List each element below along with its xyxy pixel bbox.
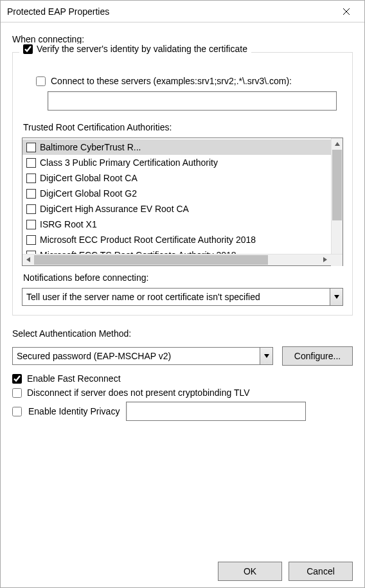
notifications-selected: Tell user if the server name or root cer… [22,289,330,305]
svg-marker-3 [26,257,30,262]
scroll-right-icon[interactable] [319,256,331,263]
configure-button[interactable]: Configure... [282,346,353,366]
when-connecting-label: When connecting: [12,34,353,44]
verify-groupbox: Verify the server's identity by validati… [12,52,353,316]
fast-reconnect-label: Enable Fast Reconnect [27,373,121,384]
disconnect-cryptobinding-label: Disconnect if server does not present cr… [27,388,250,398]
list-item-checkbox[interactable] [26,143,36,152]
trusted-root-listbox[interactable]: Baltimore CyberTrust R...Class 3 Public … [22,138,343,266]
dialog-content: When connecting: Verify the server's ide… [1,22,364,587]
list-item-checkbox[interactable] [26,235,36,245]
svg-marker-5 [334,295,339,299]
list-item-label: ISRG Root X1 [40,219,97,229]
auth-method-combo[interactable]: Secured password (EAP-MSCHAP v2) [12,347,273,365]
identity-privacy-checkbox[interactable] [12,407,22,416]
protected-eap-dialog: Protected EAP Properties When connecting… [0,0,365,588]
svg-marker-2 [335,142,340,146]
trusted-root-item[interactable]: ISRG Root X1 [22,217,331,232]
close-icon [343,8,350,15]
list-item-checkbox[interactable] [26,204,36,214]
disconnect-cryptobinding-checkbox[interactable] [12,388,22,398]
list-item-checkbox[interactable] [26,158,36,168]
trusted-root-label: Trusted Root Certification Authorities: [23,122,343,132]
chevron-down-icon[interactable] [260,348,272,364]
identity-privacy-label: Enable Identity Privacy [28,406,120,416]
ok-button[interactable]: OK [218,562,282,581]
list-item-checkbox[interactable] [26,174,36,183]
list-item-label: Baltimore CyberTrust R... [40,142,141,152]
verify-identity-checkbox[interactable] [23,44,33,54]
svg-marker-6 [264,354,269,358]
trusted-root-item[interactable]: DigiCert Global Root G2 [22,186,331,201]
vertical-scrollbar[interactable] [331,138,343,254]
verify-identity-label: Verify the server's identity by validati… [37,44,247,54]
list-item-label: DigiCert High Assurance EV Root CA [40,204,189,214]
notifications-label: Notifications before connecting: [23,272,343,283]
trusted-root-item[interactable]: DigiCert Global Root CA [22,170,331,186]
scroll-up-icon[interactable] [332,138,343,150]
connect-servers-input[interactable] [48,91,337,111]
trusted-root-item[interactable]: Microsoft ECC Product Root Certificate A… [22,232,331,247]
svg-marker-4 [323,257,327,262]
titlebar: Protected EAP Properties [1,1,364,22]
fast-reconnect-checkbox[interactable] [12,374,22,384]
close-button[interactable] [334,2,359,21]
trusted-root-item[interactable]: Class 3 Public Primary Certification Aut… [22,155,331,170]
connect-servers-label: Connect to these servers (examples:srv1;… [51,76,292,86]
window-title: Protected EAP Properties [7,6,334,17]
connect-servers-checkbox[interactable] [36,76,46,86]
list-item-label: DigiCert Global Root CA [40,173,138,183]
scroll-left-icon[interactable] [22,256,34,263]
hscroll-thumb[interactable] [34,255,268,265]
notifications-combo[interactable]: Tell user if the server name or root cer… [22,288,343,306]
chevron-down-icon[interactable] [330,289,343,305]
list-item-label: DigiCert Global Root G2 [40,188,137,199]
cancel-button[interactable]: Cancel [289,562,353,581]
identity-privacy-input[interactable] [126,402,306,421]
list-item-checkbox[interactable] [26,189,36,199]
list-item-label: Microsoft ECC Product Root Certificate A… [40,235,256,245]
horizontal-scrollbar[interactable] [22,254,343,265]
trusted-root-item[interactable]: DigiCert High Assurance EV Root CA [22,201,331,217]
list-item-checkbox[interactable] [26,220,36,229]
list-item-label: Class 3 Public Primary Certification Aut… [40,157,218,168]
auth-method-selected: Secured password (EAP-MSCHAP v2) [13,348,260,364]
trusted-root-item[interactable]: Baltimore CyberTrust R... [22,139,331,155]
scroll-thumb[interactable] [332,150,342,220]
auth-method-label: Select Authentication Method: [12,328,353,339]
trusted-root-item[interactable]: Microsoft ECC TS Root Certificate Author… [22,247,331,254]
